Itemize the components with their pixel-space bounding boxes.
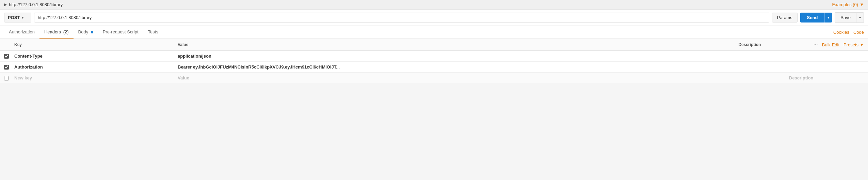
top-bar: ▶ http://127.0.0.1:8080/library Examples… — [0, 0, 868, 10]
placeholder-key[interactable]: New key — [14, 75, 178, 80]
row2-value[interactable]: Bearer eyJhbGciOiJFUzM4NClsInR5cCI6IkpXV… — [178, 64, 789, 70]
more-options-icon[interactable]: ··· — [813, 42, 818, 48]
tabs-left: Authorization Headers (2) Body Pre-reque… — [4, 26, 163, 39]
tab-body[interactable]: Body — [74, 26, 98, 39]
cookies-link[interactable]: Cookies — [833, 30, 849, 35]
table-row: Content-Type application/json — [0, 51, 868, 62]
tabs-right: Cookies Code — [833, 30, 864, 35]
placeholder-row: New key Value Description — [0, 73, 868, 83]
row1-checkbox-wrap — [4, 54, 14, 59]
table-actions: ··· Bulk Edit Presets ▼ — [813, 42, 864, 48]
params-button[interactable]: Params — [772, 13, 798, 22]
row1-key[interactable]: Content-Type — [14, 54, 178, 59]
placeholder-checkbox[interactable] — [4, 76, 9, 80]
url-input[interactable] — [34, 13, 769, 22]
method-label: POST — [8, 15, 20, 20]
method-chevron-icon: ▾ — [22, 16, 23, 19]
table-row: Authorization Bearer eyJhbGciOiJFUzM4NCl… — [0, 62, 868, 73]
table-header-row: Key Value Description ··· Bulk Edit Pres… — [0, 39, 868, 51]
header-value-col: Value — [178, 42, 738, 47]
request-bar: POST ▾ Params Send ▾ Save ▾ — [0, 10, 868, 26]
method-dropdown[interactable]: POST ▾ — [4, 13, 31, 22]
collapse-arrow-icon[interactable]: ▶ — [4, 2, 7, 7]
send-group: Send ▾ — [800, 13, 832, 22]
bulk-edit-button[interactable]: Bulk Edit — [822, 42, 839, 47]
row1-value[interactable]: application/json — [178, 54, 789, 59]
send-button[interactable]: Send — [800, 13, 825, 22]
send-dropdown-button[interactable]: ▾ — [824, 13, 832, 22]
row2-checkbox[interactable] — [4, 65, 9, 70]
save-group: Save ▾ — [835, 12, 864, 23]
headers-badge: (2) — [63, 29, 69, 34]
tab-pre-request[interactable]: Pre-request Script — [98, 26, 143, 39]
row2-checkbox-wrap — [4, 65, 14, 70]
tab-authorization[interactable]: Authorization — [4, 26, 39, 39]
body-dot-indicator — [91, 31, 93, 33]
top-bar-url-section: ▶ http://127.0.0.1:8080/library — [4, 2, 63, 7]
code-link[interactable]: Code — [853, 30, 864, 35]
tabs-bar: Authorization Headers (2) Body Pre-reque… — [0, 26, 868, 39]
headers-table: Key Value Description ··· Bulk Edit Pres… — [0, 39, 868, 83]
tab-tests[interactable]: Tests — [143, 26, 163, 39]
header-key-col: Key — [14, 42, 178, 47]
placeholder-description[interactable]: Description — [789, 75, 864, 80]
placeholder-checkbox-wrap — [4, 76, 14, 80]
tab-headers[interactable]: Headers (2) — [39, 26, 74, 39]
top-bar-url: http://127.0.0.1:8080/library — [9, 2, 63, 7]
header-desc-col: Description — [738, 42, 813, 47]
row2-key[interactable]: Authorization — [14, 64, 178, 70]
examples-link[interactable]: Examples (0) ▼ — [832, 2, 864, 7]
row1-checkbox[interactable] — [4, 54, 9, 59]
save-button[interactable]: Save — [835, 12, 856, 23]
placeholder-value[interactable]: Value — [178, 75, 789, 80]
save-dropdown-button[interactable]: ▾ — [856, 12, 864, 23]
presets-button[interactable]: Presets ▼ — [843, 42, 864, 47]
